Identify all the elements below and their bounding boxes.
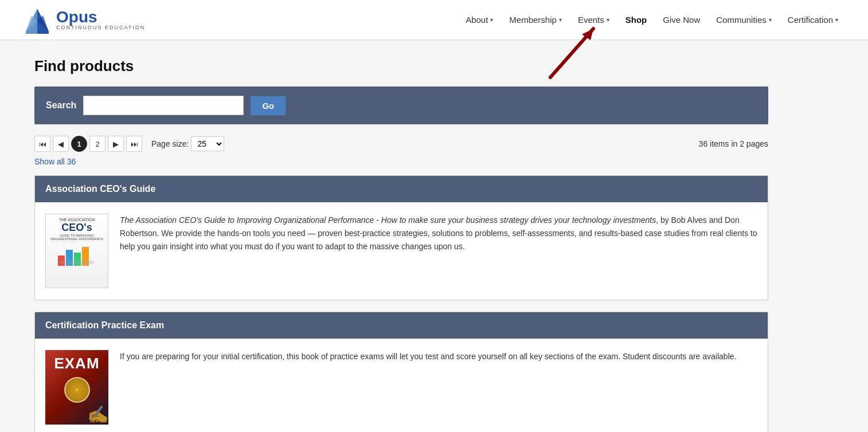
logo-text: Opus CONTINUOUS EDUCATION [56, 9, 145, 30]
prev-page-button[interactable]: ◀ [53, 136, 69, 152]
nav-membership[interactable]: Membership ▾ [502, 10, 569, 29]
product-body-exam: EXAM ✓ ✍ If you are preparing for your i… [35, 339, 768, 432]
search-input[interactable] [83, 96, 244, 115]
svg-point-10 [60, 259, 94, 266]
chevron-down-icon: ▾ [769, 17, 772, 23]
first-page-button[interactable]: ⏮ [34, 136, 50, 152]
page-2-button[interactable]: 2 [89, 136, 105, 152]
search-bar: Search Go [34, 87, 768, 124]
page-size-label: Page size: [151, 139, 189, 148]
search-go-button[interactable]: Go [251, 96, 286, 115]
pagination-controls: ⏮ ◀ 1 2 ▶ ⏭ Page size: 25 50 100 [34, 136, 224, 152]
chevron-down-icon: ▾ [490, 17, 493, 23]
chevron-down-icon: ▾ [559, 17, 562, 23]
items-info: 36 items in 2 pages [699, 139, 768, 148]
show-all-link[interactable]: Show all 36 [34, 157, 76, 166]
logo-subtitle: CONTINUOUS EDUCATION [56, 25, 145, 30]
logo[interactable]: Opus CONTINUOUS EDUCATION [23, 4, 145, 36]
product-section-exam: Certification Practice Exam EXAM ✓ ✍ If … [34, 312, 768, 432]
product-body-ceo: THE ASSOCIATION CEO's GUIDE TO IMPROVING… [35, 202, 768, 300]
main-content: Find products Search Go ⏮ ◀ 1 2 ▶ ⏭ Page… [0, 40, 803, 432]
nav-about[interactable]: About ▾ [459, 10, 500, 29]
nav-communities[interactable]: Communities ▾ [709, 10, 779, 29]
search-label: Search [46, 100, 76, 111]
nav-give-now[interactable]: Give Now [656, 10, 707, 29]
nav-events[interactable]: Events ▾ [571, 10, 616, 29]
page-title: Find products [34, 57, 768, 75]
product-image-ceo: THE ASSOCIATION CEO's GUIDE TO IMPROVING… [45, 214, 108, 288]
chevron-down-icon: ▾ [607, 17, 609, 23]
logo-icon [23, 4, 52, 36]
logo-name: Opus [56, 9, 145, 25]
next-page-button[interactable]: ▶ [108, 136, 124, 152]
svg-marker-5 [582, 29, 593, 40]
chevron-down-icon: ▾ [835, 17, 838, 23]
header: Opus CONTINUOUS EDUCATION About ▾ Member… [0, 0, 868, 40]
page-size-select[interactable]: 25 50 100 [191, 136, 224, 151]
pagination-row: ⏮ ◀ 1 2 ▶ ⏭ Page size: 25 50 100 36 item… [34, 136, 768, 152]
product-description-ceo: The Association CEO's Guide to Improving… [120, 214, 757, 253]
page-1-button[interactable]: 1 [71, 136, 87, 152]
product-title-exam: Certification Practice Exam [35, 312, 768, 339]
nav-certification[interactable]: Certification ▾ [781, 10, 845, 29]
product-title-ceo: Association CEO's Guide [35, 176, 768, 202]
nav-shop[interactable]: Shop [619, 10, 654, 29]
product-section-ceo: Association CEO's Guide THE ASSOCIATION … [34, 175, 768, 300]
main-nav: About ▾ Membership ▾ Events ▾ Shop Give … [459, 10, 845, 29]
product-image-exam: EXAM ✓ ✍ [45, 350, 108, 425]
last-page-button[interactable]: ⏭ [126, 136, 142, 152]
product-description-exam: If you are preparing for your initial ce… [120, 350, 736, 363]
